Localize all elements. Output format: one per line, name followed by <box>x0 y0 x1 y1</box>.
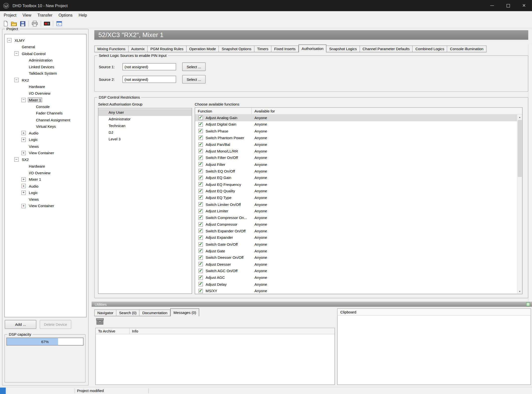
function-checkbox[interactable] <box>198 189 203 193</box>
tab[interactable]: Fixed Inserts <box>272 45 299 52</box>
function-row[interactable]: Switch EQ On/Off Anyone <box>195 168 517 175</box>
tree-item[interactable]: Logic <box>5 189 86 196</box>
function-row[interactable]: MS/XY Anyone <box>195 287 517 294</box>
functions-scrollbar[interactable] <box>517 114 522 294</box>
auth-group-item[interactable]: Administrator <box>99 116 192 122</box>
tree-item[interactable]: Virtual Keys <box>5 123 86 130</box>
tree-expand-icon[interactable] <box>21 98 26 102</box>
tree-expand-icon[interactable] <box>21 204 26 208</box>
function-row[interactable]: Adjust Filter Anyone <box>195 161 517 168</box>
tab[interactable]: Combined Logics <box>413 45 447 52</box>
main-scrollbar[interactable] <box>528 44 532 302</box>
scroll-down-icon[interactable] <box>517 289 522 294</box>
tree-expand-icon[interactable] <box>21 177 26 182</box>
column-header-info[interactable]: Info <box>130 328 335 334</box>
function-row[interactable]: Adjust Gate Anyone <box>195 248 517 254</box>
auth-group-item[interactable]: DJ <box>99 129 192 136</box>
tree-item[interactable]: Mixer 1 <box>5 97 86 103</box>
function-row[interactable]: Switch Phantom Power Anyone <box>195 134 517 141</box>
source1-select-button[interactable]: Select ... <box>182 63 206 71</box>
function-row[interactable]: Adjust Compressor Anyone <box>195 221 517 228</box>
tree-item[interactable]: Linked Devices <box>5 64 86 70</box>
function-checkbox[interactable] <box>198 249 203 253</box>
tree-item[interactable]: View Container <box>5 203 86 209</box>
function-checkbox[interactable] <box>198 135 203 140</box>
maximize-button[interactable] <box>500 0 516 11</box>
tree-item[interactable]: RX2 <box>5 77 86 84</box>
function-row[interactable]: Adjust Deesser Anyone <box>195 261 517 268</box>
tree-expand-icon[interactable] <box>14 51 19 56</box>
source2-select-button[interactable]: Select ... <box>182 75 206 84</box>
tree-item[interactable]: General <box>5 44 86 50</box>
function-checkbox[interactable] <box>198 242 203 246</box>
function-row[interactable]: Adjust Expander Anyone <box>195 234 517 241</box>
tree-item[interactable]: Console <box>5 103 86 110</box>
column-header-to-archive[interactable]: To Archive <box>96 328 130 334</box>
tab[interactable]: Channel Parameter Defaults <box>360 45 413 52</box>
function-row[interactable]: Adjust Analog Gain Anyone <box>195 114 517 121</box>
function-checkbox[interactable] <box>198 262 203 266</box>
tree-expand-icon[interactable] <box>21 184 26 188</box>
tree-item[interactable]: Logic <box>5 136 86 143</box>
add-device-button[interactable]: Add ... <box>5 320 36 329</box>
tree-item[interactable]: Channel Assignment <box>5 116 86 123</box>
tree-item[interactable]: I/O Overview <box>5 170 86 176</box>
function-row[interactable]: Switch Phase Anyone <box>195 128 517 134</box>
utilities-tab[interactable]: Navigator <box>94 309 116 316</box>
column-header-function[interactable]: Function <box>195 108 252 114</box>
tree-item[interactable]: Hardware <box>5 163 86 170</box>
function-checkbox[interactable] <box>198 182 203 187</box>
function-row[interactable]: Adjust Limiter Anyone <box>195 208 517 214</box>
tree-expand-icon[interactable] <box>21 191 26 195</box>
auth-group-item[interactable]: Level 3 <box>99 136 192 142</box>
print-icon[interactable] <box>31 20 39 27</box>
function-row[interactable]: Switch Limiter On/Off Anyone <box>195 201 517 208</box>
menu-item[interactable]: Project <box>1 11 20 19</box>
function-checkbox[interactable] <box>198 289 203 293</box>
tree-item[interactable]: Views <box>5 143 86 150</box>
tree-item[interactable]: Hardware <box>5 83 86 90</box>
function-checkbox[interactable] <box>198 116 203 120</box>
transfer-icon[interactable] <box>43 20 51 27</box>
function-row[interactable]: Adjust EQ Type Anyone <box>195 194 517 201</box>
tree-item[interactable]: Mixer 1 <box>5 176 86 183</box>
function-row[interactable]: Switch Compressor On... Anyone <box>195 214 517 221</box>
tree-expand-icon[interactable] <box>21 151 26 155</box>
tree-item[interactable]: SX2 <box>5 156 86 163</box>
tree-expand-icon[interactable] <box>7 38 12 43</box>
menu-item[interactable]: Help <box>76 11 90 19</box>
menu-item[interactable]: View <box>20 11 34 19</box>
delete-device-button[interactable]: Delete Device <box>40 320 71 329</box>
tree-item[interactable]: Global Control <box>5 50 86 57</box>
function-checkbox[interactable] <box>198 122 203 127</box>
function-checkbox[interactable] <box>198 282 203 286</box>
function-checkbox[interactable] <box>198 155 203 160</box>
tree-item[interactable]: Administration <box>5 57 86 64</box>
function-row[interactable]: Switch Gate On/Off Anyone <box>195 241 517 248</box>
function-row[interactable]: Adjust Digital Gain Anyone <box>195 121 517 128</box>
tree-item[interactable]: Talkback System <box>5 70 86 77</box>
tab[interactable]: Operation Mode <box>186 45 219 52</box>
tree-expand-icon[interactable] <box>21 131 26 135</box>
function-row[interactable]: Adjust EQ Gain Anyone <box>195 174 517 181</box>
utilities-tab[interactable]: Messages (0) <box>170 308 199 316</box>
open-project-icon[interactable] <box>10 20 18 27</box>
tree-item[interactable]: XLMY <box>5 37 86 44</box>
archive-icon[interactable] <box>96 317 104 325</box>
function-checkbox[interactable] <box>198 142 203 147</box>
function-checkbox[interactable] <box>198 129 203 133</box>
function-checkbox[interactable] <box>198 149 203 153</box>
auth-group-item[interactable]: Technican <box>99 122 192 129</box>
menu-item[interactable]: Options <box>56 11 76 19</box>
tree-item[interactable]: Audio <box>5 183 86 189</box>
tree-item[interactable]: View Container <box>5 150 86 156</box>
function-checkbox[interactable] <box>198 169 203 173</box>
function-checkbox[interactable] <box>198 269 203 273</box>
function-row[interactable]: Adjust EQ Frequency Anyone <box>195 181 517 188</box>
tab[interactable]: Mixing Functions <box>94 45 128 52</box>
function-row[interactable]: Adjust AGC Anyone <box>195 274 517 281</box>
function-row[interactable]: Switch Expander On/Off Anyone <box>195 228 517 234</box>
function-row[interactable]: Switch AGC On/Off Anyone <box>195 267 517 274</box>
function-checkbox[interactable] <box>198 275 203 280</box>
function-row[interactable]: Switch Filter On/Off Anyone <box>195 154 517 161</box>
